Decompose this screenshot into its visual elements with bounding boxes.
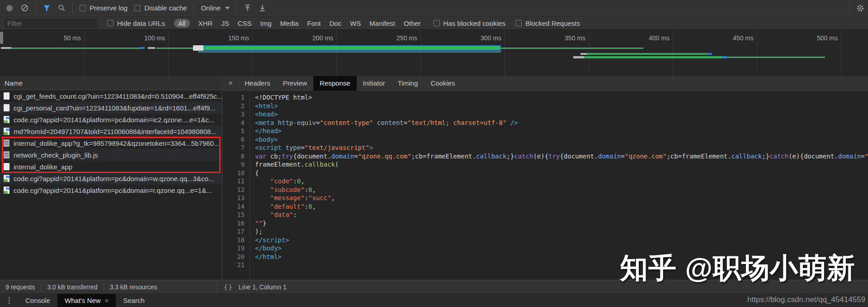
- code-line: 17);: [223, 227, 868, 236]
- tab-preview[interactable]: Preview: [277, 76, 313, 91]
- import-har-icon: [244, 4, 251, 12]
- timeline-gridline: [84, 30, 85, 76]
- drawer-tab-console[interactable]: Console: [18, 294, 57, 307]
- timeline-tick-label: 450 ms: [733, 34, 757, 42]
- filter-input[interactable]: [5, 19, 97, 28]
- request-row[interactable]: cgi_personal_card?uin=1223411083&fupdate…: [0, 102, 222, 114]
- has-blocked-cookies-checkbox[interactable]: Has blocked cookies: [434, 19, 506, 27]
- request-row[interactable]: code.cgi?appid=20141&platform=pc&domain=…: [0, 173, 222, 184]
- code-line: 7<script type="text/javascript">: [223, 144, 868, 152]
- search-button[interactable]: [57, 4, 66, 12]
- drawer-tab-what-s-new[interactable]: What's New×: [57, 294, 116, 307]
- line-number: 12: [223, 186, 250, 194]
- line-number: 16: [223, 219, 250, 228]
- request-row[interactable]: cgi_get_feeds_count.cgi?uin=1223411083&r…: [0, 90, 222, 102]
- overview-handle[interactable]: [0, 32, 3, 44]
- throttling-dropdown[interactable]: Online: [201, 4, 229, 12]
- request-row[interactable]: network_check_plugin_lib.js: [0, 149, 222, 161]
- request-name: code.cgi?appid=20141&platform=pc&domain=…: [14, 175, 214, 182]
- line-number: 4: [223, 119, 250, 127]
- record-button[interactable]: [5, 4, 14, 12]
- line-content: "data":: [250, 211, 297, 219]
- network-overview-timeline[interactable]: 50 ms100 ms150 ms200 ms250 ms300 ms350 m…: [0, 30, 868, 76]
- preserve-log-checkbox[interactable]: Preserve log: [80, 4, 127, 12]
- disable-cache-label: Disable cache: [144, 4, 187, 12]
- script-file-icon: [4, 175, 9, 182]
- line-content: frameElement.callback(: [250, 160, 339, 169]
- timeline-tick-label: 200 ms: [312, 34, 336, 42]
- code-line: 11 "code":0,: [223, 177, 868, 186]
- drawer-tab-search[interactable]: Search: [116, 294, 152, 307]
- clear-button[interactable]: [20, 4, 28, 12]
- filter-type-media[interactable]: Media: [280, 19, 299, 27]
- line-number: 6: [223, 135, 250, 144]
- disable-cache-checkbox[interactable]: Disable cache: [134, 4, 187, 12]
- network-filter-bar: Hide data URLs AllXHRJSCSSImgMediaFontDo…: [0, 17, 868, 30]
- tab-cookies[interactable]: Cookies: [424, 76, 461, 91]
- waterfall-bar: [726, 57, 825, 58]
- request-row[interactable]: internal_dolike_app?g_tk=985798942&qzone…: [0, 137, 222, 149]
- code-line: 16""}: [223, 219, 868, 228]
- filter-type-ws[interactable]: WS: [350, 19, 361, 27]
- waterfall-bar: [198, 51, 501, 53]
- line-content: "default":0,: [250, 202, 316, 211]
- braces-icon: {}: [224, 283, 233, 291]
- line-number: 13: [223, 194, 250, 202]
- js-file-icon: [4, 139, 9, 147]
- blocked-requests-checkbox[interactable]: Blocked Requests: [515, 19, 580, 27]
- request-row[interactable]: code.cgi?appid=20141&platform=pc&domain=…: [0, 184, 222, 196]
- export-har-button[interactable]: [259, 4, 267, 12]
- summary-item: 3.3 kB resources: [110, 283, 157, 291]
- timeline-tick-label: 400 ms: [649, 34, 673, 42]
- tab-timing[interactable]: Timing: [392, 76, 424, 91]
- filter-type-font[interactable]: Font: [307, 19, 321, 27]
- hide-data-urls-checkbox[interactable]: Hide data URLs: [107, 19, 165, 27]
- line-number: 8: [223, 152, 250, 161]
- timeline-tick-label: 500 ms: [817, 34, 841, 42]
- filter-type-all[interactable]: All: [174, 19, 190, 28]
- filter-type-doc[interactable]: Doc: [329, 19, 341, 27]
- line-content: "message":"succ",: [250, 194, 335, 202]
- waterfall-bar: [1, 47, 11, 49]
- line-content: ""}: [250, 219, 266, 228]
- code-line: 6<body>: [223, 135, 868, 144]
- tab-headers[interactable]: Headers: [238, 76, 277, 91]
- request-row[interactable]: code.cgi?appid=20141&platform=pc&domain=…: [0, 114, 222, 125]
- code-line: 3<head>: [223, 110, 868, 119]
- line-number: 9: [223, 160, 250, 169]
- line-content: <!DOCTYPE html>: [250, 93, 312, 102]
- watermark-url: https://blog.csdn.net/qq_45414559: [747, 295, 865, 304]
- import-har-button[interactable]: [244, 4, 252, 12]
- drawer-menu-button[interactable]: [0, 297, 18, 304]
- tab-initiator[interactable]: Initiator: [357, 76, 392, 91]
- close-tab-icon[interactable]: ×: [105, 297, 109, 304]
- filter-type-js[interactable]: JS: [221, 19, 229, 27]
- settings-button[interactable]: [856, 4, 864, 12]
- timeline-tick-label: 50 ms: [64, 34, 84, 42]
- request-row[interactable]: md?fromId=204971707&told=211006088&inter…: [0, 125, 222, 137]
- filter-type-css[interactable]: CSS: [238, 19, 252, 27]
- name-column-header[interactable]: Name: [0, 76, 222, 90]
- close-detail-button[interactable]: ×: [223, 79, 238, 88]
- line-number: 20: [223, 253, 250, 261]
- checkbox-icon: [515, 20, 522, 26]
- filter-type-manifest[interactable]: Manifest: [369, 19, 395, 27]
- waterfall-bar: [203, 45, 501, 51]
- timeline-tick-label: 250 ms: [396, 34, 420, 42]
- resource-type-filters: AllXHRJSCSSImgMediaFontDocWSManifestOthe…: [174, 19, 421, 28]
- timeline-gridline: [841, 30, 841, 76]
- filter-type-xhr[interactable]: XHR: [198, 19, 213, 27]
- filter-type-img[interactable]: Img: [260, 19, 272, 27]
- line-number: 14: [223, 202, 250, 211]
- tab-response[interactable]: Response: [313, 76, 357, 91]
- line-number: 2: [223, 102, 250, 110]
- request-name: cgi_get_feeds_count.cgi?uin=1223411083&r…: [14, 92, 222, 100]
- code-line: 2<html>: [223, 102, 868, 110]
- filter-type-other[interactable]: Other: [404, 19, 421, 27]
- request-row[interactable]: internal_dolike_app: [0, 161, 222, 173]
- filter-toggle-button[interactable]: [42, 4, 51, 12]
- preserve-log-label: Preserve log: [90, 4, 127, 12]
- name-column-label: Name: [5, 79, 23, 87]
- js-file-icon: [4, 151, 9, 158]
- drawer-tab-label: Console: [25, 297, 50, 304]
